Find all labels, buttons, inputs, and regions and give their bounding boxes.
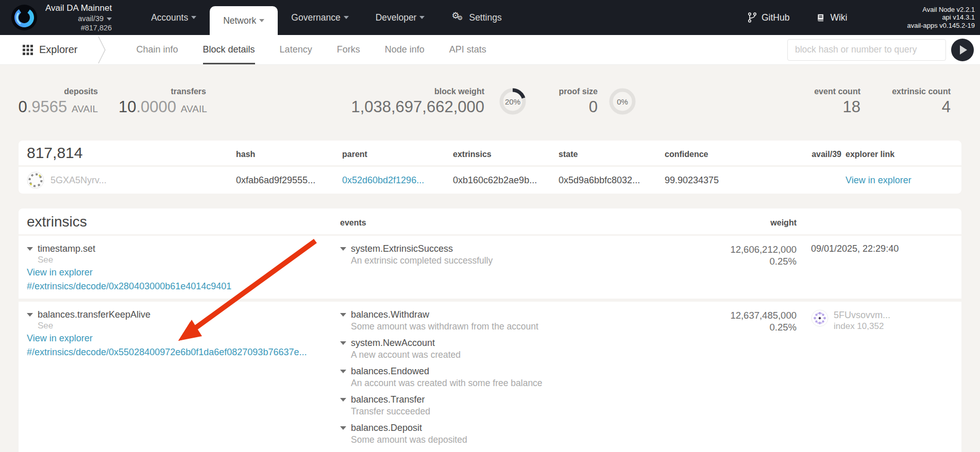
expander-chevron-icon[interactable] xyxy=(340,247,346,251)
tab-api-stats[interactable]: API stats xyxy=(437,35,499,64)
tab-label: Latency xyxy=(280,44,312,55)
version-info: Avail Node v2.2.1 api v14.3.1 avail-apps… xyxy=(907,6,975,30)
events-cell: system.ExtrinsicSuccess An extrinsic com… xyxy=(340,242,670,271)
weight-value: 12,637,485,000 xyxy=(670,309,797,321)
block-weight-donut: 20% xyxy=(498,86,528,116)
block-table: 817,814 hash parent extrinsics state con… xyxy=(19,141,961,194)
tab-node-info[interactable]: Node info xyxy=(373,35,437,64)
extrinsics-root: 0xb160c62b2ae9b... xyxy=(453,175,559,186)
menu-item-accounts[interactable]: Accounts xyxy=(138,0,210,35)
apps-version: avail-apps v0.145.2-19 xyxy=(907,22,975,30)
stat-unit: AVAIL xyxy=(181,103,207,114)
stat-label: proof size xyxy=(526,86,598,97)
best-block-number: #817,826 xyxy=(45,23,112,32)
signer-cell: 5FUvsovvm... index 10,352 xyxy=(797,308,953,332)
menu-item-governance[interactable]: Governance xyxy=(278,0,362,35)
event-description: An account was created with some free ba… xyxy=(351,377,670,389)
app-heading: Explorer xyxy=(0,35,77,64)
tab-bar: Chain info Block details Latency Forks N… xyxy=(124,35,498,64)
stat-extrinsic-count: extrinsic count 4 xyxy=(863,86,951,116)
menu-item-settings[interactable]: ⚙⚙ Settings xyxy=(438,0,515,35)
extrinsic-decode-link[interactable]: #/extrinsics/decode/0x280403000b61e4014c… xyxy=(27,280,340,293)
stat-deposits: deposits 0.9565 AVAIL xyxy=(10,86,98,118)
parent-hash-link[interactable]: 0x52d60bd2f1296... xyxy=(342,175,453,186)
main-menu: Accounts Network Governance Developer ⚙⚙… xyxy=(138,0,515,35)
expander-chevron-icon[interactable] xyxy=(27,313,33,317)
event-name: system.ExtrinsicSuccess xyxy=(351,242,453,255)
col-runtime: avail/39 xyxy=(773,150,841,161)
block-author-address: 5GXA5Nyrv... xyxy=(50,175,107,186)
api-version: api v14.3.1 xyxy=(907,13,975,22)
events-cell: balances.Withdraw Some amount was withdr… xyxy=(340,308,670,452)
menu-label: Governance xyxy=(291,12,340,23)
extrinsic-name: balances.transferKeepAlive xyxy=(38,308,150,321)
block-search-input[interactable] xyxy=(787,39,946,61)
event-description: Some amount was withdrawn from the accou… xyxy=(351,321,670,332)
tab-label: Node info xyxy=(385,44,425,55)
weight-percent: 0.25% xyxy=(670,255,797,267)
view-in-explorer-link[interactable]: View in explorer xyxy=(841,175,953,186)
stat-label: extrinsic count xyxy=(863,86,951,97)
donut-percent-label: 20% xyxy=(498,86,528,116)
view-in-explorer-link[interactable]: View in explorer xyxy=(27,266,340,279)
chevron-down-icon xyxy=(191,16,196,19)
app-label: Explorer xyxy=(39,44,77,56)
github-link[interactable]: GitHub xyxy=(734,12,803,23)
view-in-explorer-link[interactable]: View in explorer xyxy=(27,332,340,345)
chevron-down-icon xyxy=(344,16,349,19)
menu-label: Developer xyxy=(376,12,417,23)
search-submit-button[interactable] xyxy=(951,39,974,61)
tab-block-details[interactable]: Block details xyxy=(191,35,267,64)
block-search xyxy=(787,35,980,64)
stat-label: block weight xyxy=(278,86,484,97)
chain-network: avail/39 xyxy=(78,14,104,23)
signer-identicon[interactable] xyxy=(811,309,829,327)
menu-label: Settings xyxy=(469,12,501,23)
stat-label: deposits xyxy=(10,86,98,97)
wiki-link[interactable]: Wiki xyxy=(803,12,860,23)
book-icon xyxy=(816,13,825,23)
expander-chevron-icon[interactable] xyxy=(340,426,346,430)
extrinsic-cell: balances.transferKeepAlive See View in e… xyxy=(27,308,340,359)
block-row: 5GXA5Nyrv... 0xfab6ad9f29555... 0x52d60b… xyxy=(19,167,961,194)
extrinsic-decode-link[interactable]: #/extrinsics/decode/0x55028400972e6b0f1d… xyxy=(27,346,340,359)
tab-latency[interactable]: Latency xyxy=(267,35,325,64)
stat-value: 4 xyxy=(863,98,951,116)
stat-proof-size: proof size 0 xyxy=(526,86,598,116)
extrinsic-row: balances.transferKeepAlive See View in e… xyxy=(19,302,961,452)
extrinsic-name: timestamp.set xyxy=(38,242,95,255)
expander-chevron-icon[interactable] xyxy=(340,341,346,345)
wiki-label: Wiki xyxy=(830,12,847,23)
expander-chevron-icon[interactable] xyxy=(340,370,346,373)
tab-chain-info[interactable]: Chain info xyxy=(124,35,190,64)
menu-label: Network xyxy=(223,15,256,26)
event-description: An extrinsic completed successfully xyxy=(351,255,670,266)
stat-event-count: event count 18 xyxy=(773,86,860,116)
col-hash: hash xyxy=(236,150,342,161)
stat-value: 18 xyxy=(773,98,860,116)
extrinsic-cell: timestamp.set See View in explorer #/ext… xyxy=(27,242,340,293)
avail-logo-icon[interactable] xyxy=(11,5,37,30)
confidence-value: 99.90234375 xyxy=(665,175,773,186)
chain-name: Avail DA Mainnet xyxy=(45,3,112,13)
signer-address: 5FUvsovvm... xyxy=(834,309,890,321)
expander-chevron-icon[interactable] xyxy=(340,313,346,317)
stat-label: event count xyxy=(773,86,860,97)
stat-transfers: transfers 10.0000 AVAIL xyxy=(119,86,206,118)
tab-label: Block details xyxy=(203,44,255,55)
extrinsic-sub: See xyxy=(38,321,340,331)
expander-chevron-icon[interactable] xyxy=(340,398,346,402)
tab-forks[interactable]: Forks xyxy=(325,35,373,64)
event-name: system.NewAccount xyxy=(351,337,435,349)
expander-chevron-icon[interactable] xyxy=(27,247,33,251)
stat-value: 1,038,697,662,000 xyxy=(278,98,484,116)
block-author-identicon[interactable] xyxy=(27,171,44,189)
block-hash: 0xfab6ad9f29555... xyxy=(236,175,342,186)
chain-selector[interactable]: Avail DA Mainnet avail/39 #817,826 xyxy=(45,3,112,32)
chevron-down-icon xyxy=(259,19,264,22)
menu-item-developer[interactable]: Developer xyxy=(362,0,438,35)
tab-label: API stats xyxy=(449,44,486,55)
event-name: balances.Deposit xyxy=(351,422,422,434)
block-table-header: 817,814 hash parent extrinsics state con… xyxy=(19,141,961,165)
menu-item-network[interactable]: Network xyxy=(210,6,278,35)
